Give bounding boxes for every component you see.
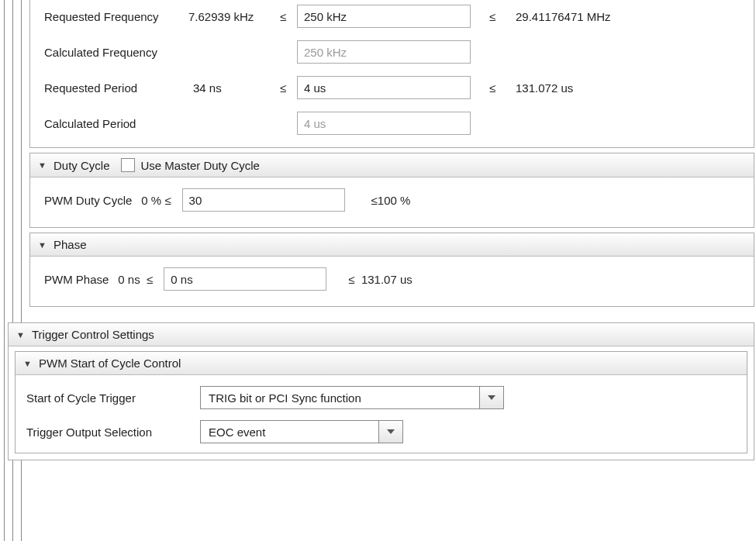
duty-min: 0 % ≤	[141, 194, 171, 207]
requested-frequency-min: 7.62939 kHz	[188, 10, 269, 23]
requested-period-input[interactable]	[297, 76, 471, 99]
duty-label: PWM Duty Cycle	[44, 194, 132, 207]
requested-period-max: 131.072 us	[516, 81, 573, 95]
phase-header[interactable]: ▼ Phase	[30, 233, 754, 257]
collapse-icon: ▼	[16, 330, 26, 339]
phase-panel: ▼ Phase PWM Phase 0 ns ≤ ≤ 131.07 us	[29, 233, 754, 307]
chevron-down-icon	[488, 395, 495, 400]
soc-trigger-label: Start of Cycle Trigger	[26, 391, 189, 405]
pwm-soc-panel: ▼ PWM Start of Cycle Control Start of Cy…	[15, 351, 747, 453]
calculated-frequency-label: Calculated Frequency	[44, 46, 184, 59]
requested-period-min: 34 ns	[173, 81, 269, 95]
collapse-icon: ▼	[23, 359, 33, 368]
phase-label: PWM Phase	[44, 273, 109, 286]
dropdown-button[interactable]	[378, 420, 403, 443]
calculated-period-value	[297, 112, 471, 135]
collapse-icon: ▼	[38, 160, 47, 170]
duty-cycle-panel: ▼ Duty Cycle Use Master Duty Cycle PWM D…	[29, 153, 754, 228]
phase-input[interactable]	[164, 267, 326, 291]
requested-frequency-max: 29.41176471 MHz	[516, 10, 611, 23]
chevron-down-icon	[387, 429, 395, 434]
frequency-block: Requested Frequency 7.62939 kHz ≤ ≤ 29.4…	[29, 0, 754, 148]
requested-period-label: Requested Period	[44, 81, 168, 95]
collapse-icon: ▼	[38, 240, 47, 250]
trigger-output-label: Trigger Output Selection	[26, 426, 189, 439]
requested-frequency-input[interactable]	[297, 5, 471, 28]
duty-cycle-header[interactable]: ▼ Duty Cycle Use Master Duty Cycle	[30, 153, 754, 177]
phase-min: 0 ns ≤	[118, 273, 153, 286]
trigger-control-panel: ▼ Trigger Control Settings ▼ PWM Start o…	[8, 322, 754, 460]
trigger-control-header[interactable]: ▼ Trigger Control Settings	[9, 323, 754, 346]
use-master-duty-label: Use Master Duty Cycle	[141, 159, 260, 172]
dropdown-button[interactable]	[479, 386, 504, 409]
requested-frequency-label: Requested Frequency	[44, 10, 184, 23]
trigger-output-select[interactable]	[200, 420, 403, 443]
use-master-duty-checkbox[interactable]	[121, 158, 135, 172]
pwm-soc-header[interactable]: ▼ PWM Start of Cycle Control	[16, 352, 747, 375]
duty-input[interactable]	[182, 188, 345, 212]
duty-max: ≤100 %	[371, 194, 411, 207]
soc-trigger-select[interactable]	[200, 386, 504, 409]
phase-max: ≤ 131.07 us	[348, 273, 412, 286]
calculated-frequency-value	[297, 40, 471, 64]
calculated-period-label: Calculated Period	[44, 117, 168, 130]
